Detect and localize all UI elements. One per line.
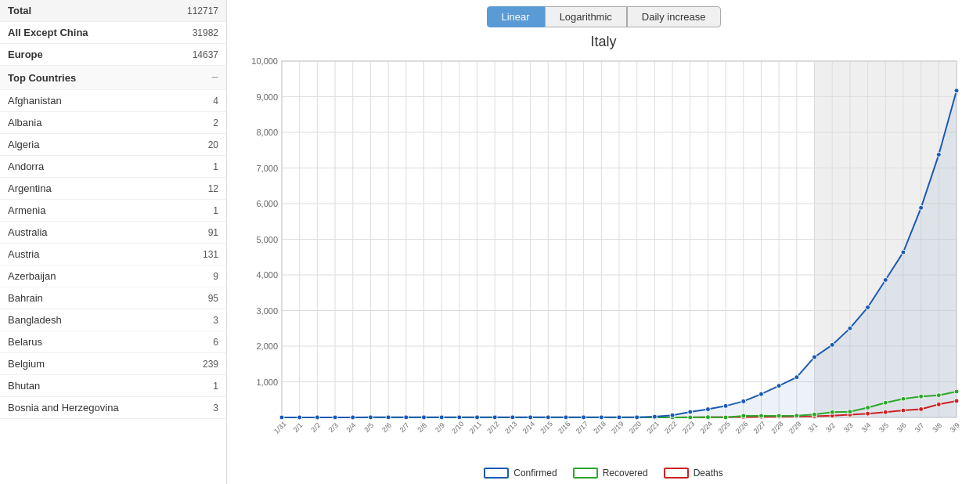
svg-point-137 [919, 406, 924, 411]
sidebar-item[interactable]: Albania2 [0, 112, 226, 134]
sidebar-item-value: 239 [203, 359, 218, 370]
sidebar-item-label: Austria [8, 248, 39, 260]
sidebar-item-label: Armenia [8, 204, 45, 216]
svg-point-212 [866, 305, 870, 309]
svg-point-135 [883, 410, 888, 414]
svg-text:2/11: 2/11 [468, 420, 483, 435]
sidebar-item[interactable]: Belarus6 [0, 331, 226, 353]
chart-title: Italy [235, 34, 972, 50]
sidebar-item[interactable]: Algeria20 [0, 134, 226, 156]
svg-text:2/9: 2/9 [434, 421, 446, 434]
svg-text:2/25: 2/25 [716, 420, 731, 435]
sidebar-item-label: Bangladesh [8, 314, 62, 326]
svg-point-177 [936, 393, 941, 398]
svg-text:2/10: 2/10 [450, 420, 465, 435]
svg-point-173 [866, 405, 870, 410]
sidebar-item-label: Bahrain [8, 292, 43, 304]
sidebar-item[interactable]: Azerbaijan9 [0, 265, 226, 287]
sidebar: Total112717All Except China31982Europe14… [0, 0, 227, 484]
sidebar-item[interactable]: Europe14637 [0, 44, 226, 66]
svg-text:10,000: 10,000 [251, 56, 278, 66]
svg-text:3/9: 3/9 [949, 421, 961, 434]
toolbar-btn-daily[interactable]: Daily increase [627, 6, 721, 27]
sidebar-item-value: 91 [208, 227, 218, 238]
sidebar-item-label: Andorra [8, 161, 44, 172]
svg-text:2/13: 2/13 [503, 420, 518, 435]
svg-point-191 [492, 415, 497, 420]
svg-point-202 [688, 410, 693, 414]
svg-point-187 [421, 415, 426, 420]
svg-text:2/17: 2/17 [575, 420, 589, 435]
svg-point-193 [528, 415, 533, 420]
svg-point-207 [776, 384, 781, 388]
sidebar-item[interactable]: Top Countries− [0, 66, 226, 90]
svg-point-163 [688, 415, 693, 420]
sidebar-item-value: 131 [203, 249, 218, 260]
sidebar-item[interactable]: Austria131 [0, 244, 226, 265]
svg-point-196 [582, 415, 586, 420]
sidebar-item[interactable]: Afghanistan4 [0, 90, 226, 112]
sidebar-item-value: 1 [213, 161, 218, 172]
sidebar-item[interactable]: Armenia1 [0, 200, 226, 222]
svg-text:3/1: 3/1 [806, 421, 819, 434]
svg-text:8,000: 8,000 [256, 128, 278, 137]
sidebar-item-value: 1 [213, 381, 218, 392]
svg-point-179 [279, 415, 284, 420]
sidebar-item-value: 3 [213, 315, 218, 326]
sidebar-item[interactable]: All Except China31982 [0, 22, 226, 44]
sidebar-item-value: 4 [213, 96, 218, 107]
legend-color-box [484, 468, 509, 479]
svg-text:2/19: 2/19 [610, 420, 625, 435]
svg-text:3/3: 3/3 [842, 421, 855, 434]
svg-text:2,000: 2,000 [256, 341, 278, 351]
svg-text:7,000: 7,000 [256, 164, 278, 173]
svg-text:4,000: 4,000 [256, 270, 278, 280]
sidebar-item-value: 6 [213, 337, 218, 348]
svg-text:3/7: 3/7 [913, 421, 926, 434]
svg-text:3/8: 3/8 [931, 421, 943, 434]
chart-toolbar: LinearLogarithmicDaily increase [235, 6, 972, 27]
sidebar-item-label: Argentina [8, 182, 52, 194]
sidebar-item[interactable]: Bahrain95 [0, 287, 226, 309]
svg-text:3/5: 3/5 [877, 421, 890, 434]
sidebar-item-value: 14637 [193, 49, 218, 60]
sidebar-item[interactable]: Bhutan1 [0, 375, 226, 397]
svg-text:3/4: 3/4 [859, 421, 872, 434]
sidebar-item[interactable]: Andorra1 [0, 156, 226, 178]
sidebar-item-value: 20 [208, 139, 218, 150]
toolbar-btn-linear[interactable]: Linear [487, 6, 545, 27]
sidebar-item[interactable]: Bangladesh3 [0, 309, 226, 331]
chart-area: 1,0002,0003,0004,0005,0006,0007,0008,000… [235, 53, 972, 463]
legend-color-box [573, 468, 598, 479]
sidebar-item[interactable]: Bosnia and Herzegovina3 [0, 397, 226, 419]
sidebar-item-label: Australia [8, 226, 48, 238]
svg-point-201 [670, 413, 675, 417]
sidebar-item-label: All Except China [8, 27, 88, 38]
sidebar-item[interactable]: Argentina12 [0, 178, 226, 200]
sidebar-item-label: Europe [8, 49, 43, 60]
svg-text:2/15: 2/15 [539, 420, 553, 435]
svg-text:2/20: 2/20 [628, 420, 643, 435]
sidebar-item[interactable]: Total112717 [0, 0, 226, 22]
chart-container: Italy 1,0002,0003,0004,0005,0006,0007,00… [235, 34, 972, 480]
svg-text:3,000: 3,000 [256, 306, 278, 316]
svg-text:2/4: 2/4 [345, 421, 358, 434]
svg-point-175 [901, 396, 906, 401]
legend-item-recovered: Recovered [573, 468, 648, 479]
legend-label: Confirmed [513, 468, 557, 479]
legend-item-deaths: Deaths [664, 468, 723, 479]
svg-text:2/16: 2/16 [557, 420, 571, 435]
svg-point-136 [901, 408, 906, 413]
svg-point-138 [936, 402, 941, 406]
svg-point-172 [848, 410, 852, 414]
svg-point-211 [848, 326, 852, 330]
toolbar-btn-logarithmic[interactable]: Logarithmic [545, 6, 627, 27]
svg-text:5,000: 5,000 [256, 235, 278, 244]
sidebar-item-label: Total [8, 5, 31, 16]
svg-point-213 [883, 277, 888, 282]
sidebar-item[interactable]: Australia91 [0, 222, 226, 244]
svg-text:2/5: 2/5 [362, 421, 375, 434]
svg-point-192 [510, 415, 515, 420]
sidebar-item-value: 95 [208, 293, 218, 304]
sidebar-item[interactable]: Belgium239 [0, 353, 226, 375]
